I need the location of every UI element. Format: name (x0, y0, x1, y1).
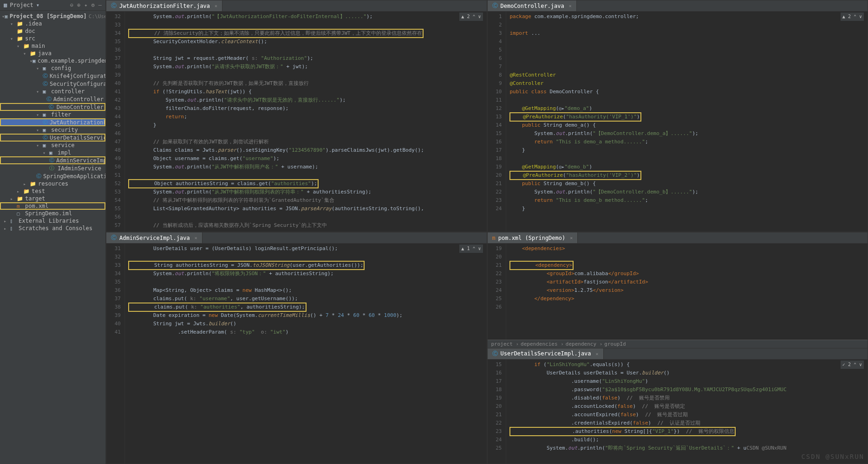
dropdown-icon[interactable]: ▾ (36, 2, 39, 8)
editor-pane-right-stack: m pom.xml (SpringDemo) ✕ 192021222324252… (487, 232, 868, 464)
collapse-icon[interactable]: ⊖ (70, 2, 73, 8)
tree-node-scratches-and-consoles[interactable]: ▸⫿Scratches and Consoles (0, 225, 105, 232)
editor-pane-user-details: Ⓒ UserDetailsServiceImpl.java ✕ 15161718… (488, 348, 868, 464)
tree-node-securityconfiguration[interactable]: ⒸSecurityConfiguration (0, 80, 105, 88)
code-editor[interactable]: 3132333435363738394041 ▲ 1 ⌃ ∨ UserDetai… (106, 244, 487, 464)
editor-pane-pom: m pom.xml (SpringDemo) ✕ 192021222324252… (488, 232, 868, 348)
tree-node-pom-xml[interactable]: mpom.xml (0, 202, 105, 210)
code-editor[interactable]: 3233343536373839404142434445464748495051… (106, 12, 487, 232)
warn-badge[interactable]: ✓ 2 ⌃ ∨ (841, 361, 864, 369)
tab-label: UserDetailsServiceImpl.java (501, 350, 591, 357)
warn-badge[interactable]: ▲ 2 ⌃ ∨ (459, 13, 483, 21)
tree-node-controller[interactable]: ▾▣controller (0, 88, 105, 95)
settings-icon[interactable]: ✦ (84, 2, 87, 8)
breadcrumb-item[interactable]: groupId (604, 341, 626, 347)
tab-label: DemoController.java (501, 3, 564, 9)
tab-admin-service[interactable]: Ⓒ AdminServiceImpl.java ✕ (106, 232, 202, 243)
tree-node-jwtauthorizationfilter[interactable]: ⒸJwtAuthorizationFilter (0, 118, 105, 126)
tree-node-springdemoapplication[interactable]: ⒸSpringDemoApplication (0, 172, 105, 180)
project-tree[interactable]: ▾▣Project_08 [SpringDemo]C:\Users\SUNx▾📁… (0, 11, 105, 234)
editor-pane-demo-controller: Ⓒ DemoController.java ✕ 1234567891011121… (487, 0, 868, 232)
class-icon: Ⓒ (111, 234, 117, 242)
breadcrumb[interactable]: project ›dependencies ›dependency ›group… (488, 340, 868, 348)
tab-demo-controller[interactable]: Ⓒ DemoController.java ✕ (488, 0, 577, 11)
tree-node-adminserviceimpl[interactable]: ⒸAdminServiceImpl (0, 156, 105, 164)
close-icon[interactable]: ✕ (569, 3, 572, 8)
tree-node-service[interactable]: ▾▣service (0, 142, 105, 149)
tree-node-filter[interactable]: ▾▣filter (0, 111, 105, 118)
tree-node-target[interactable]: ▸📁target (0, 195, 105, 202)
tree-node-security[interactable]: ▾▣security (0, 126, 105, 134)
breadcrumb-item[interactable]: dependencies › (521, 341, 564, 347)
tab-pom[interactable]: m pom.xml (SpringDemo) ✕ (488, 232, 578, 243)
tree-node-impl[interactable]: ▾▣impl (0, 149, 105, 156)
warn-badge[interactable]: ▲ 2 ⌃ ∨ (841, 13, 864, 21)
tree-node-iadminservice[interactable]: ⒾIAdminService (0, 164, 105, 172)
tree-root[interactable]: ▾▣Project_08 [SpringDemo]C:\Users\SUNx (0, 13, 105, 20)
maven-icon: m (492, 235, 496, 241)
close-icon[interactable]: ✕ (215, 3, 217, 8)
editor-pane-jwt-filter: Ⓒ JwtAuthorizationFilter.java ✕ 32333435… (106, 0, 487, 232)
tree-node-main[interactable]: ▾📁main (0, 42, 105, 50)
code-editor[interactable]: 1516171819202122232425 ✓ 2 ⌃ ∨ if ("LinS… (488, 360, 868, 464)
tree-node-knife4jconfiguration[interactable]: ⒸKnife4jConfiguration (0, 72, 105, 80)
tree-node-external-libraries[interactable]: ▸⫿External Libraries (0, 217, 105, 225)
tree-node-resources[interactable]: ▸📁resources (0, 180, 105, 187)
close-icon[interactable]: ✕ (596, 351, 599, 356)
tab-user-details[interactable]: Ⓒ UserDetailsServiceImpl.java ✕ (488, 348, 604, 359)
project-sidebar: ▦ Project ▾ ⊖ ⊕ ✦ ⚙ — ▾▣Project_08 [Spri… (0, 0, 106, 464)
tree-node-src[interactable]: ▾📁src (0, 35, 105, 42)
tree-node-test[interactable]: ▸📁test (0, 187, 105, 195)
code-editor[interactable]: 1920212223242526 <dependencies> <depende… (488, 244, 868, 340)
target-icon[interactable]: ⊕ (77, 2, 80, 8)
class-icon: Ⓒ (492, 2, 498, 10)
tree-node-userdetailsserviceimpl[interactable]: ⒸUserDetailsServiceImpl (0, 134, 105, 142)
hide-icon[interactable]: — (98, 2, 102, 8)
tree-node--idea[interactable]: ▾📁.idea (0, 20, 105, 27)
close-icon[interactable]: ✕ (195, 235, 197, 240)
tree-node-java[interactable]: ▾📁java (0, 50, 105, 57)
tab-label: pom.xml (SpringDemo) (498, 235, 566, 241)
tree-node-admincontroller[interactable]: ⒸAdminController (0, 95, 105, 103)
tab-jwt-filter[interactable]: Ⓒ JwtAuthorizationFilter.java ✕ (106, 0, 222, 11)
code-editor[interactable]: 123456789101112131415161718192021222324 … (488, 12, 868, 232)
close-icon[interactable]: ✕ (570, 235, 573, 240)
class-icon: Ⓒ (492, 350, 498, 358)
tab-label: JwtAuthorizationFilter.java (119, 3, 210, 9)
gear-icon[interactable]: ⚙ (91, 2, 95, 8)
tab-label: AdminServiceImpl.java (119, 235, 190, 241)
class-icon: Ⓒ (111, 2, 117, 10)
tree-node-doc[interactable]: 📁doc (0, 27, 105, 35)
project-title: Project (10, 2, 33, 8)
tree-node-com-example-springdemo[interactable]: ▾▣com.example.springdemo (0, 57, 105, 64)
breadcrumb-item[interactable]: project › (491, 341, 519, 347)
editor-pane-admin-service: Ⓒ AdminServiceImpl.java ✕ 31323334353637… (106, 232, 487, 464)
tree-node-springdemo-iml[interactable]: ▢SpringDemo.iml (0, 210, 105, 217)
warn-badge[interactable]: ▲ 1 ⌃ ∨ (459, 245, 483, 253)
tree-node-config[interactable]: ▾▣config (0, 64, 105, 72)
project-icon: ▦ (4, 2, 7, 8)
sidebar-header: ▦ Project ▾ ⊖ ⊕ ✦ ⚙ — (0, 0, 105, 11)
tree-node-democontroller[interactable]: ⒸDemoController (0, 103, 105, 111)
breadcrumb-item[interactable]: dependency › (566, 341, 602, 347)
